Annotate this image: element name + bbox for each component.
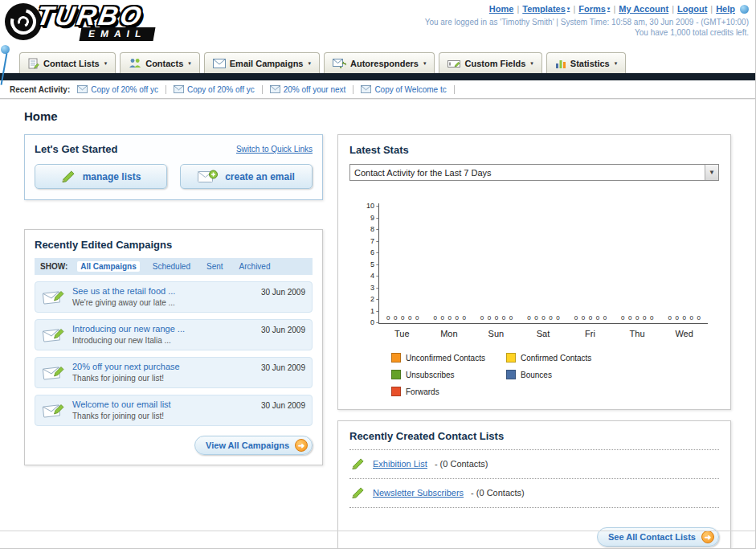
y-tick-label: 4 — [370, 273, 378, 278]
nav-tab-contact-lists[interactable]: Contact Lists▾ — [19, 52, 116, 73]
campaigns-title: Recently Edited Campaigns — [35, 239, 172, 251]
view-all-campaigns-button[interactable]: View All Campaigns ➜ — [194, 436, 313, 455]
envelope-icon — [77, 85, 88, 93]
stats-period-select[interactable]: Contact Activity for the Last 7 Days ▼ — [349, 164, 719, 181]
bar-value-label: 0 — [621, 315, 624, 322]
recent-campaigns-panel: Recently Edited Campaigns SHOW: All Camp… — [24, 229, 323, 465]
bar-value-label: 0 — [589, 315, 592, 322]
bar-value-label: 0 — [502, 315, 505, 322]
nav-tab-email-campaigns[interactable]: Email Campaigns▾ — [204, 52, 320, 73]
y-tick-label: 6 — [370, 250, 378, 255]
bar-value-label: 0 — [556, 315, 559, 322]
nav-tab-custom-fields[interactable]: Custom Fields▾ — [439, 52, 541, 73]
logo-title: TURBO — [35, 2, 157, 30]
x-axis-label: Sat — [526, 329, 559, 338]
contact-list-item[interactable]: Exhibition List - (0 Contacts) — [349, 450, 719, 479]
campaign-title-link[interactable]: See us at the retail food ... — [72, 286, 255, 296]
x-axis-label: Thu — [621, 329, 654, 338]
bar-chart-icon — [555, 58, 566, 68]
nav-tab-contacts[interactable]: Contacts▾ — [120, 52, 200, 73]
chart-x-labels: TueMonSunSatFriThuWed — [378, 329, 708, 338]
campaign-date: 30 Jun 2009 — [261, 363, 305, 372]
campaign-row[interactable]: Welcome to our email list Thanks for joi… — [35, 395, 313, 426]
latest-stats-panel: Latest Stats Contact Activity for the La… — [337, 134, 731, 410]
bar-value-label: 0 — [480, 315, 484, 322]
login-info: You are logged in as 'Timothy Smith' | S… — [425, 18, 749, 27]
tab-all-campaigns[interactable]: All Campaigns — [77, 261, 139, 272]
y-tick-label: 10 — [366, 203, 378, 208]
switch-quick-links-link[interactable]: Switch to Quick Links — [236, 145, 313, 154]
campaign-row[interactable]: Introducing our new range ... Introducin… — [35, 319, 313, 350]
bar-group: 00000 — [668, 203, 701, 323]
header-right: Home | Templates▾ | Forms▾ | My Account … — [425, 4, 749, 37]
y-tick-label: 7 — [370, 239, 378, 244]
legend-item: Confirmed Contacts — [506, 353, 621, 363]
x-axis-label: Fri — [574, 329, 607, 338]
bar-value-label: 0 — [628, 315, 631, 322]
chevron-down-icon: ▾ — [607, 6, 611, 12]
separator: | — [672, 4, 674, 14]
legend-swatch — [391, 353, 401, 363]
bar-value-label: 0 — [408, 315, 411, 322]
turbo-email-logo[interactable]: TURBO EMAIL — [5, 2, 154, 41]
recent-activity-item[interactable]: Copy of 20% off yc — [174, 85, 263, 94]
top-link-help[interactable]: Help — [716, 4, 735, 14]
bar-value-label: 0 — [582, 315, 585, 322]
bar-value-label: 0 — [509, 315, 513, 322]
envelope-icon — [174, 85, 184, 93]
help-icon[interactable] — [740, 5, 749, 14]
right-column: Latest Stats Contact Activity for the La… — [337, 134, 731, 549]
envelope-pencil-icon — [42, 400, 66, 420]
tab-sent[interactable]: Sent — [203, 261, 227, 272]
bar-value-label: 0 — [603, 315, 607, 322]
show-label: SHOW: — [40, 262, 67, 271]
contact-list-count: - (0 Contacts) — [435, 459, 488, 469]
nav-tab-statistics[interactable]: Statistics▾ — [546, 52, 626, 73]
top-link-home[interactable]: Home — [489, 4, 514, 14]
bar-value-label: 0 — [447, 315, 451, 322]
top-link-templates[interactable]: Templates▾ — [522, 4, 570, 14]
tab-scheduled[interactable]: Scheduled — [149, 261, 194, 272]
contact-list-link[interactable]: Exhibition List — [373, 459, 427, 469]
recent-activity-item[interactable]: Copy of 20% off yc — [77, 85, 166, 94]
bar-value-label: 0 — [697, 315, 701, 322]
campaign-row[interactable]: See us at the retail food ... We're givi… — [35, 281, 313, 313]
app-window: TURBO EMAIL Home | Templates▾ | Forms▾ |… — [0, 0, 756, 549]
top-link-forms[interactable]: Forms▾ — [578, 4, 610, 14]
x-axis-label: Mon — [432, 329, 465, 338]
recent-activity-item[interactable]: Copy of Welcome tc — [361, 85, 454, 94]
bar-value-label: 0 — [433, 315, 436, 322]
top-link-my-account[interactable]: My Account — [619, 4, 668, 14]
envelope-icon — [213, 59, 226, 68]
envelope-pencil-icon — [42, 363, 66, 382]
autoresponder-icon — [333, 58, 346, 68]
create-email-button[interactable]: create an email — [180, 164, 313, 189]
x-axis-label: Sun — [480, 329, 513, 338]
page-title: Home — [24, 109, 731, 123]
recent-activity-item[interactable]: 20% off your next — [270, 85, 354, 94]
nav-tab-autoresponders[interactable]: Autoresponders▾ — [324, 52, 435, 73]
campaign-row[interactable]: 20% off your next purchase Thanks for jo… — [35, 357, 313, 388]
chart-bars-area: 00000000000000000000000000000000000 — [378, 203, 708, 324]
campaign-title-link[interactable]: 20% off your next purchase — [72, 362, 255, 371]
y-tick-label: 0 — [370, 320, 378, 325]
manage-lists-button[interactable]: manage lists — [35, 164, 167, 189]
legend-swatch — [391, 387, 401, 396]
top-link-logout[interactable]: Logout — [677, 4, 707, 14]
contact-list-link[interactable]: Newsletter Subscribers — [373, 488, 464, 498]
x-axis-label: Tue — [386, 329, 419, 338]
bar-value-label: 0 — [415, 315, 419, 322]
y-tick-label: 3 — [370, 285, 378, 290]
contact-list-item[interactable]: Newsletter Subscribers - (0 Contacts) — [349, 479, 719, 508]
custom-field-icon — [447, 59, 460, 68]
legend-swatch — [506, 353, 516, 363]
campaign-subtitle: Introducing our new Italia ... — [72, 336, 255, 345]
bar-value-label: 0 — [635, 315, 639, 322]
tab-archived[interactable]: Archived — [236, 261, 274, 272]
envelope-icon — [270, 85, 280, 93]
legend-item: Unsubscribes — [391, 370, 506, 379]
bar-value-label: 0 — [462, 315, 465, 322]
legend-item: Bounces — [506, 370, 621, 379]
campaign-title-link[interactable]: Introducing our new range ... — [72, 324, 255, 334]
campaign-title-link[interactable]: Welcome to our email list — [72, 399, 255, 409]
